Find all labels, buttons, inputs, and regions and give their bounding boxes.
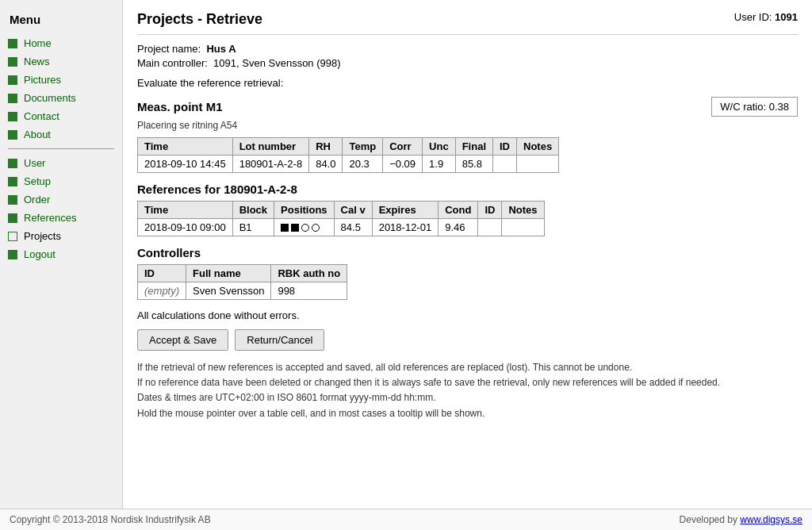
sidebar-label-user: User	[24, 157, 45, 169]
references-table: Time Block Positions Cal v Expires Cond …	[137, 201, 545, 236]
meas-final: 85.8	[455, 156, 492, 173]
footnote-1: If the retrieval of new references is ac…	[137, 360, 798, 375]
main-layout: Menu Home News Pictures Documents Contac…	[0, 0, 812, 509]
main-content: Projects - Retrieve User ID: 1091 Projec…	[123, 0, 812, 509]
ref-notes	[502, 219, 544, 236]
footnote-2: If no reference data have been deleted o…	[137, 375, 798, 390]
footnote-4: Hold the mouse pointer over a table cell…	[137, 406, 798, 421]
pos-square-2	[291, 224, 299, 232]
controllers-title: Controllers	[137, 246, 798, 259]
ctrl-col-rbk: RBK auth no	[271, 265, 347, 282]
sidebar-item-setup[interactable]: Setup	[0, 172, 122, 190]
documents-bullet	[8, 94, 17, 103]
ref-time: 2018-09-10 09:00	[138, 219, 233, 236]
sidebar-item-user[interactable]: User	[0, 154, 122, 172]
meas-time: 2018-09-10 14:45	[138, 156, 233, 173]
user-id-label: User ID:	[734, 11, 772, 23]
ref-col-expires: Expires	[372, 202, 439, 219]
return-cancel-button[interactable]: Return/Cancel	[235, 329, 324, 351]
sidebar-item-contact[interactable]: Contact	[0, 107, 122, 125]
ref-col-calv: Cal v	[334, 202, 372, 219]
meas-corr: −0.09	[383, 156, 423, 173]
developed-by: Developed by www.digsys.se	[680, 514, 802, 525]
setup-bullet	[8, 177, 17, 186]
sidebar-item-order[interactable]: Order	[0, 190, 122, 209]
logout-bullet	[8, 250, 17, 259]
user-bullet	[8, 159, 17, 168]
sidebar-label-about: About	[24, 129, 51, 140]
accept-save-button[interactable]: Accept & Save	[137, 329, 228, 351]
meas-id	[493, 156, 517, 173]
project-name-label: Project name:	[137, 43, 201, 55]
sidebar-item-logout[interactable]: Logout	[0, 245, 122, 263]
pos-circle-2	[312, 224, 320, 232]
controllers-row: (empty) Sven Svensson 998	[138, 282, 347, 300]
ctrl-rbk: 998	[271, 282, 347, 300]
about-bullet	[8, 130, 17, 140]
meas-lot: 180901-A-2-8	[232, 156, 309, 173]
sidebar-item-about[interactable]: About	[0, 125, 122, 144]
sidebar-item-projects[interactable]: Projects	[0, 227, 122, 245]
project-controller-value: 1091, Sven Svensson (998)	[213, 57, 340, 69]
ctrl-id: (empty)	[138, 282, 186, 300]
sidebar-label-pictures: Pictures	[24, 74, 61, 86]
sidebar-label-news: News	[24, 56, 50, 67]
project-info: Project name: Hus A Main controller: 109…	[137, 43, 798, 69]
project-controller-label: Main controller:	[137, 57, 208, 69]
meas-header: Meas. point M1 W/C ratio: 0.38	[137, 97, 798, 117]
placement-note: Placering se ritning A54	[137, 120, 798, 131]
pos-circle-1	[301, 224, 309, 232]
references-section-title: References for 180901-A-2-8	[137, 182, 798, 196]
button-row: Accept & Save Return/Cancel	[137, 329, 798, 351]
project-controller-row: Main controller: 1091, Sven Svensson (99…	[137, 57, 798, 69]
ref-col-time: Time	[138, 202, 233, 219]
meas-rh: 84.0	[309, 156, 343, 173]
col-unc: Unc	[423, 138, 456, 156]
user-id-display: User ID: 1091	[734, 11, 798, 23]
project-name-value: Hus A	[206, 43, 236, 55]
sidebar-item-pictures[interactable]: Pictures	[0, 71, 122, 89]
col-id: ID	[493, 138, 517, 156]
wc-ratio-box: W/C ratio: 0.38	[711, 97, 798, 117]
meas-table-header: Time Lot number RH Temp Corr Unc Final I…	[138, 138, 559, 156]
controllers-section: Controllers ID Full name RBK auth no (em…	[137, 246, 798, 300]
col-lot: Lot number	[232, 138, 309, 156]
col-notes: Notes	[517, 138, 559, 156]
ctrl-col-id: ID	[138, 265, 186, 282]
page-footer: Copyright © 2013-2018 Nordisk Industrify…	[0, 509, 812, 530]
controllers-header: ID Full name RBK auth no	[138, 265, 347, 282]
col-temp: Temp	[343, 138, 383, 156]
sidebar-label-projects: Projects	[24, 230, 61, 242]
user-id-value: 1091	[775, 11, 798, 23]
sidebar-item-references[interactable]: References	[0, 209, 122, 227]
controllers-table: ID Full name RBK auth no (empty) Sven Sv…	[137, 264, 347, 300]
meas-temp: 20.3	[343, 156, 383, 173]
footnote-3: Dates & times are UTC+02:00 in ISO 8601 …	[137, 390, 798, 405]
references-bullet	[8, 213, 17, 223]
ref-col-notes: Notes	[502, 202, 544, 219]
projects-bullet	[8, 232, 17, 241]
sidebar: Menu Home News Pictures Documents Contac…	[0, 0, 123, 509]
sidebar-label-logout: Logout	[24, 248, 56, 260]
sidebar-item-documents[interactable]: Documents	[0, 89, 122, 107]
ref-expires: 2018-12-01	[372, 219, 439, 236]
col-time: Time	[138, 138, 233, 156]
col-final: Final	[455, 138, 492, 156]
digsys-link[interactable]: www.digsys.se	[740, 514, 802, 525]
home-bullet	[8, 39, 17, 48]
project-name-row: Project name: Hus A	[137, 43, 798, 55]
wc-ratio-label: W/C ratio:	[720, 101, 766, 113]
meas-notes	[517, 156, 559, 173]
pos-square-1	[281, 224, 289, 232]
ref-cond: 9.46	[439, 219, 478, 236]
ctrl-col-fullname: Full name	[186, 265, 271, 282]
ref-positions	[274, 219, 335, 236]
sidebar-item-home[interactable]: Home	[0, 34, 122, 52]
page-wrapper: Menu Home News Pictures Documents Contac…	[0, 0, 812, 530]
meas-unc: 1.9	[423, 156, 456, 173]
ref-col-id: ID	[478, 202, 502, 219]
sidebar-label-references: References	[24, 212, 76, 224]
ref-col-cond: Cond	[439, 202, 478, 219]
ref-col-positions: Positions	[274, 202, 335, 219]
sidebar-item-news[interactable]: News	[0, 52, 122, 71]
